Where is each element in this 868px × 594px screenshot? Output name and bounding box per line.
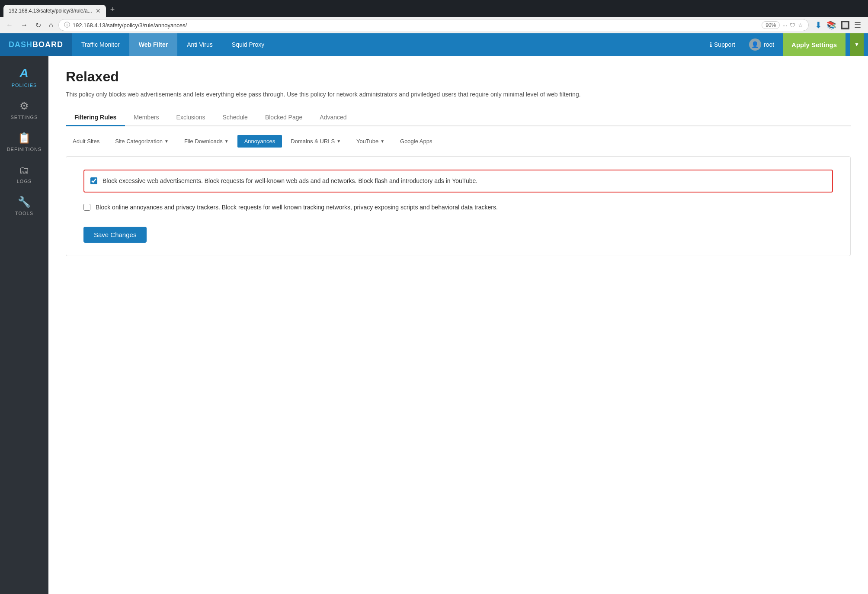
sidebar-item-tools[interactable]: 🔧 TOOLS bbox=[0, 190, 48, 222]
sidebar-item-settings[interactable]: ⚙ SETTINGS bbox=[0, 94, 48, 126]
active-tab[interactable]: 192.168.4.13/safety/policy/3/rule/a... ✕ bbox=[3, 5, 106, 17]
support-icon: ℹ bbox=[710, 41, 712, 48]
sidebar-item-policies[interactable]: A POLICIES bbox=[0, 60, 48, 94]
more-options-icon[interactable]: ··· bbox=[782, 22, 787, 29]
sidebar-toggle-icon[interactable]: 🔲 bbox=[840, 20, 850, 30]
tab-advanced[interactable]: Advanced bbox=[311, 109, 355, 126]
forward-button[interactable]: → bbox=[18, 19, 30, 31]
tab-title: 192.168.4.13/safety/policy/3/rule/a... bbox=[9, 8, 92, 14]
header-nav: Traffic Monitor Web Filter Anti Virus Sq… bbox=[72, 33, 274, 56]
checkbox-wrapper-1 bbox=[90, 177, 97, 186]
youtube-dropdown-icon: ▼ bbox=[380, 139, 384, 144]
tab-members[interactable]: Members bbox=[125, 109, 167, 126]
info-icon: ⓘ bbox=[64, 21, 70, 29]
dashboard-logo: DASHBOARD bbox=[0, 33, 72, 56]
sub-tab-adult-sites[interactable]: Adult Sites bbox=[66, 135, 106, 148]
page-description: This policy only blocks web advertisemen… bbox=[66, 90, 851, 99]
user-label: root bbox=[764, 41, 774, 48]
annoyance-checkbox-2: Block online annoyances and privacy trac… bbox=[83, 203, 833, 212]
settings-icon: ⚙ bbox=[19, 100, 29, 112]
save-changes-button[interactable]: Save Changes bbox=[83, 227, 147, 243]
checkbox-wrapper-2 bbox=[83, 204, 90, 212]
address-input[interactable] bbox=[73, 22, 759, 29]
tabs-bar: Filtering Rules Members Exclusions Sched… bbox=[66, 109, 851, 126]
user-avatar: 👤 bbox=[749, 39, 761, 51]
library-icon[interactable]: 📚 bbox=[826, 20, 836, 30]
download-icon[interactable]: ⬇ bbox=[815, 20, 822, 30]
content-panel: Block excessive web advertisements. Bloc… bbox=[66, 156, 851, 256]
tab-bar: 192.168.4.13/safety/policy/3/rule/a... ✕… bbox=[0, 0, 868, 17]
definitions-icon: 📋 bbox=[18, 132, 31, 144]
sub-tab-google-apps[interactable]: Google Apps bbox=[393, 135, 439, 148]
browser-window: 192.168.4.13/safety/policy/3/rule/a... ✕… bbox=[0, 0, 868, 594]
home-button[interactable]: ⌂ bbox=[46, 19, 56, 31]
block-trackers-label[interactable]: Block online annoyances and privacy trac… bbox=[96, 203, 498, 212]
address-bar-wrapper: ⓘ 90% ··· 🛡 ☆ bbox=[58, 19, 809, 31]
nav-traffic-monitor[interactable]: Traffic Monitor bbox=[72, 33, 129, 56]
app-body: A POLICIES ⚙ SETTINGS 📋 DEFINITIONS 🗂 LO… bbox=[0, 56, 868, 594]
sidebar-item-logs[interactable]: 🗂 LOGS bbox=[0, 158, 48, 190]
block-ads-checkbox[interactable] bbox=[90, 177, 97, 184]
apply-settings-button[interactable]: Apply Settings bbox=[783, 33, 846, 56]
logo-text: DASH bbox=[9, 40, 32, 49]
tab-schedule[interactable]: Schedule bbox=[214, 109, 256, 126]
domains-dropdown-icon: ▼ bbox=[336, 139, 341, 144]
new-tab-button[interactable]: + bbox=[106, 3, 119, 17]
main-content: Relaxed This policy only blocks web adve… bbox=[48, 56, 868, 594]
reload-button[interactable]: ↻ bbox=[33, 19, 44, 31]
logo-text-2: BOARD bbox=[32, 40, 63, 49]
app-header: DASHBOARD Traffic Monitor Web Filter Ant… bbox=[0, 33, 868, 56]
sidebar-settings-label: SETTINGS bbox=[10, 115, 38, 120]
navigation-bar: ← → ↻ ⌂ ⓘ 90% ··· 🛡 ☆ ⬇ 📚 🔲 ☰ bbox=[0, 17, 868, 33]
nav-web-filter[interactable]: Web Filter bbox=[129, 33, 177, 56]
menu-icon[interactable]: ☰ bbox=[854, 20, 861, 30]
tab-close-icon[interactable]: ✕ bbox=[96, 7, 101, 14]
pocket-icon[interactable]: 🛡 bbox=[790, 22, 795, 29]
support-label: Support bbox=[714, 41, 735, 48]
user-menu[interactable]: 👤 root bbox=[745, 37, 778, 52]
sidebar-definitions-label: DEFINITIONS bbox=[7, 147, 42, 152]
apply-settings-dropdown[interactable]: ▼ bbox=[850, 33, 864, 56]
sub-tab-annoyances[interactable]: Annoyances bbox=[237, 135, 282, 148]
sub-tab-youtube[interactable]: YouTube ▼ bbox=[349, 135, 391, 148]
annoyance-checkbox-1: Block excessive web advertisements. Bloc… bbox=[83, 170, 833, 193]
sidebar-item-definitions[interactable]: 📋 DEFINITIONS bbox=[0, 126, 48, 158]
nav-anti-virus[interactable]: Anti Virus bbox=[177, 33, 222, 56]
tab-blocked-page[interactable]: Blocked Page bbox=[256, 109, 311, 126]
sidebar-logs-label: LOGS bbox=[17, 179, 32, 184]
logs-icon: 🗂 bbox=[19, 164, 30, 176]
sub-tabs: Adult Sites Site Categorization ▼ File D… bbox=[66, 135, 851, 148]
header-right: ℹ Support 👤 root Apply Settings ▼ bbox=[705, 33, 868, 56]
block-trackers-checkbox[interactable] bbox=[83, 204, 90, 211]
tab-filtering-rules[interactable]: Filtering Rules bbox=[66, 109, 125, 126]
sidebar: A POLICIES ⚙ SETTINGS 📋 DEFINITIONS 🗂 LO… bbox=[0, 56, 48, 594]
sub-tab-domains-urls[interactable]: Domains & URLS ▼ bbox=[284, 135, 348, 148]
tab-exclusions[interactable]: Exclusions bbox=[168, 109, 214, 126]
sub-tab-file-downloads[interactable]: File Downloads ▼ bbox=[177, 135, 236, 148]
tools-icon: 🔧 bbox=[18, 196, 31, 208]
block-ads-label[interactable]: Block excessive web advertisements. Bloc… bbox=[102, 177, 477, 186]
zoom-level[interactable]: 90% bbox=[762, 21, 780, 29]
support-button[interactable]: ℹ Support bbox=[705, 39, 740, 51]
page-title: Relaxed bbox=[66, 69, 851, 85]
site-cat-dropdown-icon: ▼ bbox=[164, 139, 169, 144]
nav-squid-proxy[interactable]: Squid Proxy bbox=[222, 33, 274, 56]
file-downloads-dropdown-icon: ▼ bbox=[224, 139, 229, 144]
policies-icon: A bbox=[19, 66, 29, 80]
sub-tab-site-categorization[interactable]: Site Categorization ▼ bbox=[108, 135, 176, 148]
sidebar-policies-label: POLICIES bbox=[12, 83, 37, 88]
back-button[interactable]: ← bbox=[3, 19, 16, 31]
browser-extra-icons: ⬇ 📚 🔲 ☰ bbox=[811, 20, 865, 30]
bookmark-icon[interactable]: ☆ bbox=[798, 22, 803, 29]
sidebar-tools-label: TOOLS bbox=[15, 211, 33, 216]
